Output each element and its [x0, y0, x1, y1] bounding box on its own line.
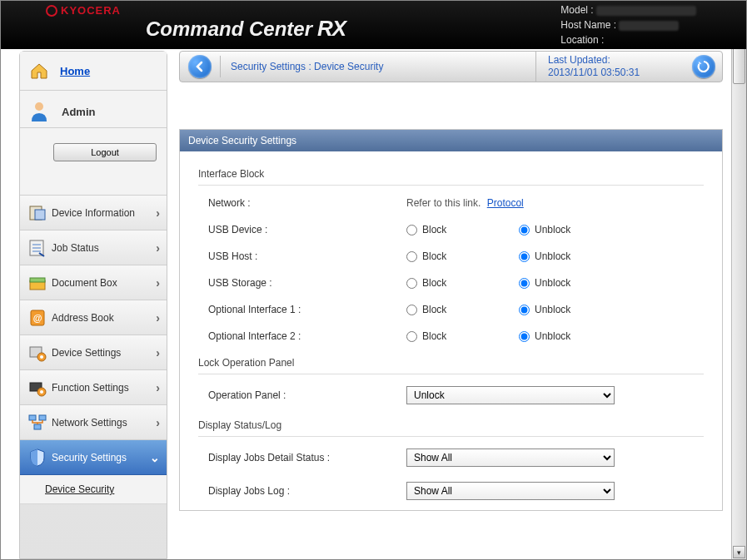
opt-if2-unblock-option[interactable]: Unblock: [519, 330, 570, 342]
sidebar-item-label: Device Settings: [52, 347, 121, 359]
block-text: Block: [422, 330, 446, 342]
hostname-label: Host Name :: [560, 19, 616, 31]
svg-point-13: [40, 355, 43, 359]
chevron-right-icon: ›: [156, 381, 160, 394]
sidebar-item-label: Network Settings: [52, 417, 127, 429]
panel-title: Device Security Settings: [180, 130, 722, 151]
radio-unblock[interactable]: [519, 278, 530, 289]
radio-block[interactable]: [406, 331, 417, 342]
refresh-button[interactable]: [692, 55, 715, 78]
last-updated-label: Last Updated:: [548, 54, 674, 67]
user-icon: [28, 101, 50, 122]
vertical-scrollbar-track[interactable]: ▾: [731, 1, 746, 559]
sidebar-item-device-settings[interactable]: Device Settings ›: [20, 335, 167, 370]
shield-icon: [27, 447, 48, 468]
product-title-text: Command Center: [146, 17, 312, 41]
network-hint-text: Refer to this link.: [406, 197, 481, 209]
radio-unblock[interactable]: [519, 225, 530, 235]
chevron-right-icon: ›: [156, 346, 160, 359]
protocol-link[interactable]: Protocol: [487, 197, 524, 209]
home-link[interactable]: Home: [60, 65, 90, 77]
operation-panel-select[interactable]: Unlock: [406, 386, 615, 404]
opt-if1-label: Optional Interface 1 :: [198, 304, 406, 315]
operation-panel-label: Operation Panel :: [198, 389, 406, 401]
row-usb-device: USB Device : Block Unblock: [198, 224, 704, 235]
sidebar-item-device-information[interactable]: Device Information ›: [20, 196, 167, 230]
svg-point-16: [40, 390, 43, 394]
display-jobs-detail-status-select[interactable]: Show All: [406, 448, 615, 467]
opt-if1-block-option[interactable]: Block: [406, 304, 519, 315]
row-usb-storage: USB Storage : Block Unblock: [198, 277, 704, 289]
sidebar-home[interactable]: Home: [20, 52, 167, 91]
row-display-jobs-log: Display Jobs Log : Show All: [198, 482, 704, 500]
network-settings-icon: [27, 412, 48, 434]
unblock-text: Unblock: [535, 304, 570, 315]
radio-block[interactable]: [406, 305, 417, 315]
svg-text:@: @: [33, 313, 42, 323]
radio-unblock[interactable]: [519, 331, 530, 342]
brand-text: KYOCERA: [61, 4, 121, 17]
row-usb-host: USB Host : Block Unblock: [198, 250, 704, 262]
scroll-down-arrow-icon[interactable]: ▾: [733, 546, 745, 558]
model-label: Model :: [560, 4, 593, 16]
chevron-right-icon: ›: [156, 416, 160, 429]
svg-rect-18: [39, 415, 46, 420]
sidebar-item-security-settings[interactable]: Security Settings ⌄: [20, 440, 167, 475]
chevron-right-icon: ›: [156, 241, 160, 255]
sidebar-admin: Admin: [20, 91, 167, 128]
usb-storage-unblock-option[interactable]: Unblock: [519, 277, 570, 289]
sidebar-item-network-settings[interactable]: Network Settings ›: [20, 405, 167, 440]
sidebar-item-job-status[interactable]: Job Status ›: [20, 230, 167, 265]
section-display-status-log-title: Display Status/Log: [198, 419, 704, 437]
usb-device-label: USB Device :: [198, 224, 406, 235]
back-button[interactable]: [188, 55, 212, 78]
radio-unblock[interactable]: [519, 251, 530, 262]
sidebar-item-label: Device Information: [52, 207, 135, 219]
unblock-text: Unblock: [535, 250, 570, 262]
svg-rect-17: [29, 415, 36, 420]
admin-label: Admin: [62, 106, 95, 118]
row-optional-interface-1: Optional Interface 1 : Block Unblock: [198, 304, 704, 315]
display-jobs-detail-status-label: Display Jobs Detail Status :: [198, 452, 406, 463]
usb-host-unblock-option[interactable]: Unblock: [519, 250, 570, 262]
sidebar-subitem-device-security[interactable]: Device Security: [20, 475, 167, 504]
svg-rect-2: [35, 210, 45, 220]
row-display-jobs-detail-status: Display Jobs Detail Status : Show All: [198, 448, 704, 467]
usb-host-block-option[interactable]: Block: [406, 250, 519, 262]
usb-storage-block-option[interactable]: Block: [406, 277, 519, 289]
section-lock-operation-panel-title: Lock Operation Panel: [198, 357, 704, 374]
divider: [220, 56, 221, 77]
function-settings-icon: [27, 377, 48, 399]
opt-if2-block-option[interactable]: Block: [406, 330, 519, 342]
radio-unblock[interactable]: [519, 305, 530, 315]
home-icon: [28, 60, 50, 82]
row-optional-interface-2: Optional Interface 2 : Block Unblock: [198, 330, 704, 342]
chevron-right-icon: ›: [156, 311, 160, 325]
sidebar-item-address-book[interactable]: @ Address Book ›: [20, 300, 167, 335]
usb-device-unblock-option[interactable]: Unblock: [519, 224, 570, 235]
block-text: Block: [422, 224, 446, 235]
logout-button[interactable]: Logout: [53, 143, 157, 161]
unblock-text: Unblock: [535, 277, 570, 289]
radio-block[interactable]: [406, 251, 417, 262]
sidebar-item-function-settings[interactable]: Function Settings ›: [20, 370, 167, 405]
product-title: Command Center RX: [146, 16, 346, 42]
radio-block[interactable]: [406, 278, 417, 289]
block-text: Block: [422, 304, 446, 315]
kyocera-mark-icon: [46, 5, 57, 17]
network-label: Network :: [198, 197, 406, 209]
breadcrumb-bar: Security Settings : Device Security Last…: [179, 51, 723, 82]
usb-device-block-option[interactable]: Block: [406, 224, 519, 235]
svg-rect-19: [34, 424, 41, 429]
display-jobs-log-select[interactable]: Show All: [406, 482, 615, 500]
opt-if1-unblock-option[interactable]: Unblock: [519, 304, 570, 315]
hostname-value-hidden: [619, 21, 679, 31]
job-status-icon: [27, 237, 48, 259]
last-updated-value: 2013/11/01 03:50:31: [548, 67, 674, 79]
svg-point-0: [35, 102, 43, 111]
location-label: Location :: [560, 34, 604, 46]
sidebar-item-document-box[interactable]: Document Box ›: [20, 265, 167, 300]
section-interface-block-title: Interface Block: [198, 168, 704, 186]
radio-block[interactable]: [406, 225, 417, 235]
logout-area: Logout: [20, 128, 167, 196]
